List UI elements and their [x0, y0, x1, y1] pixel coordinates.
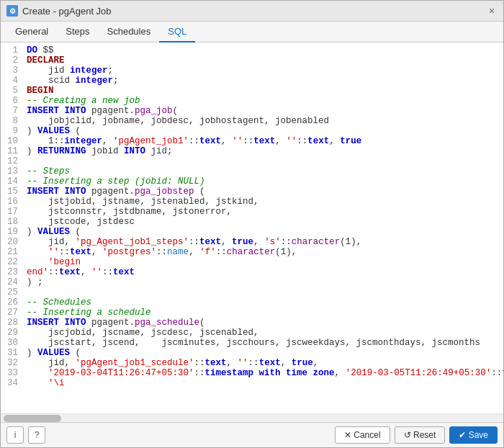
- bottom-left-actions: i ?: [6, 426, 45, 444]
- title-bar: ⚙ Create - pgAgent Job ×: [1, 1, 503, 22]
- table-row: 14-- Inserting a step (jobid: NULL): [1, 176, 503, 187]
- table-row: 29 jscjobid, jscname, jscdesc, jscenable…: [1, 328, 503, 338]
- title-bar-left: ⚙ Create - pgAgent Job: [6, 5, 112, 17]
- table-row: 26-- Schedules: [1, 297, 503, 308]
- table-row: 8 jobjclid, jobname, jobdesc, jobhostage…: [1, 116, 503, 126]
- table-row: 11) RETURNING jobid INTO jid;: [1, 146, 503, 156]
- table-row: 18 jstcode, jstdesc: [1, 217, 503, 227]
- table-row: 17 jstconnstr, jstdbname, jstonerror,: [1, 207, 503, 217]
- bottom-bar: i ? ✕ Cancel ↺ Reset ✔ Save: [1, 422, 503, 447]
- window-title: Create - pgAgent Job: [22, 6, 112, 17]
- table-row: 19) VALUES (: [1, 227, 503, 237]
- table-row: 30 jscstart, jscend, jscminutes, jscchou…: [1, 338, 503, 348]
- table-row: 9) VALUES (: [1, 126, 503, 136]
- table-row: 20 jid, 'pg_Agent_job1_steps'::text, tru…: [1, 237, 503, 247]
- save-button[interactable]: ✔ Save: [449, 426, 498, 444]
- scrollbar-thumb[interactable]: [4, 415, 61, 422]
- table-row: 13-- Steps: [1, 166, 503, 176]
- cancel-button[interactable]: ✕ Cancel: [335, 426, 390, 444]
- horizontal-scrollbar[interactable]: [1, 413, 503, 422]
- tab-bar: General Steps Schedules SQL: [1, 22, 503, 42]
- table-row: 31) VALUES (: [1, 348, 503, 358]
- table-row: 16 jstjobid, jstname, jstenabled, jstkin…: [1, 197, 503, 207]
- table-row: 27-- Inserting a schedule: [1, 308, 503, 318]
- table-row: 28INSERT INTO pgagent.pga_schedule(: [1, 318, 503, 328]
- main-window: ⚙ Create - pgAgent Job × General Steps S…: [0, 0, 504, 448]
- table-row: 15INSERT INTO pgagent.pga_jobstep (: [1, 187, 503, 197]
- table-row: 7INSERT INTO pgagent.pga_job(: [1, 106, 503, 116]
- table-row: 22 'begin: [1, 257, 503, 267]
- table-row: 6-- Creating a new job: [1, 96, 503, 106]
- reset-button[interactable]: ↺ Reset: [395, 426, 446, 444]
- table-row: 1DO $$: [1, 45, 503, 55]
- tab-schedules[interactable]: Schedules: [99, 22, 160, 42]
- tab-sql[interactable]: SQL: [159, 22, 195, 42]
- code-table: 1DO $$ 2DECLARE 3 jid integer; 4 scid in…: [1, 45, 503, 388]
- window-icon: ⚙: [6, 5, 18, 17]
- close-button[interactable]: ×: [486, 5, 498, 17]
- table-row: 25: [1, 287, 503, 297]
- table-row: 24) ;: [1, 277, 503, 287]
- table-row: 34 '\i: [1, 378, 503, 388]
- tab-general[interactable]: General: [6, 22, 57, 42]
- table-row: 5BEGIN: [1, 86, 503, 96]
- tab-steps[interactable]: Steps: [57, 22, 98, 42]
- help-button[interactable]: ?: [28, 426, 45, 444]
- table-row: 2DECLARE: [1, 55, 503, 66]
- table-row: 10 1::integer, 'pgAgent_job1'::text, '':…: [1, 136, 503, 146]
- info-button[interactable]: i: [6, 426, 24, 444]
- table-row: 33 '2019-03-04T11:26:47+05:30'::timestam…: [1, 368, 503, 378]
- table-row: 21 ''::text, 'postgres'::name, 'f'::char…: [1, 247, 503, 257]
- sql-code-area[interactable]: 1DO $$ 2DECLARE 3 jid integer; 4 scid in…: [1, 42, 503, 413]
- table-row: 4 scid integer;: [1, 76, 503, 86]
- table-row: 3 jid integer;: [1, 66, 503, 76]
- table-row: 23end'::text, ''::text: [1, 267, 503, 277]
- table-row: 32 jid, 'pgAgent_job1_scedule'::text, ''…: [1, 358, 503, 368]
- table-row: 12: [1, 156, 503, 166]
- bottom-right-actions: ✕ Cancel ↺ Reset ✔ Save: [335, 426, 498, 444]
